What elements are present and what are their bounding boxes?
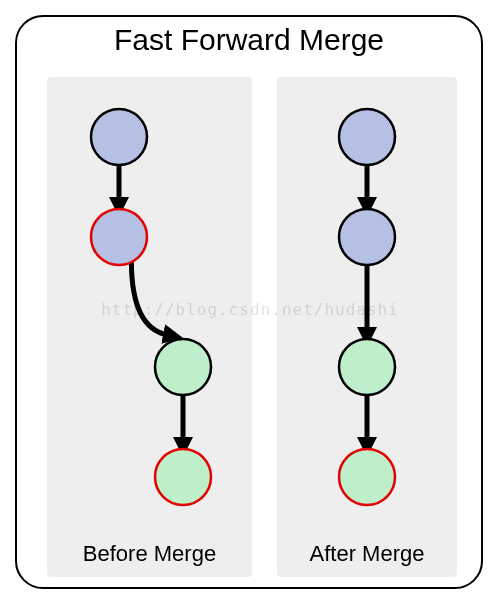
commit-node	[91, 109, 147, 165]
before-merge-caption: Before Merge	[47, 541, 252, 567]
commit-node	[339, 449, 395, 505]
commit-node	[155, 449, 211, 505]
diagram-title: Fast Forward Merge	[17, 23, 481, 57]
before-merge-panel: Before Merge	[47, 77, 252, 577]
after-merge-caption: After Merge	[277, 541, 457, 567]
diagram-frame: Fast Forward Merge Before Merge After Me…	[15, 15, 483, 589]
commit-node	[339, 109, 395, 165]
after-merge-graph	[277, 77, 457, 577]
commit-node	[339, 339, 395, 395]
commit-node	[339, 209, 395, 265]
commit-node	[155, 339, 211, 395]
commit-node	[91, 209, 147, 265]
after-merge-panel: After Merge	[277, 77, 457, 577]
edge	[131, 262, 167, 335]
before-merge-graph	[47, 77, 252, 577]
